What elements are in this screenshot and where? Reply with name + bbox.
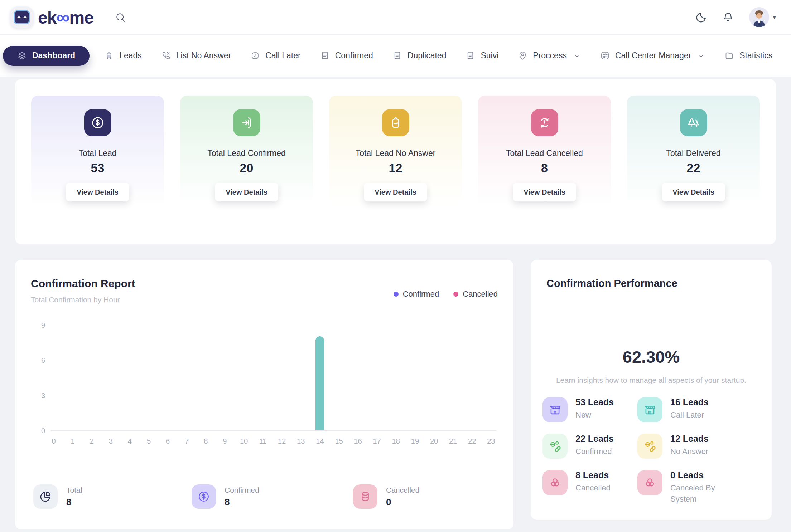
confirmation-report-card: Confirmation Report Total Confirmation b… <box>15 260 513 529</box>
summary-total: Total8 <box>33 484 82 509</box>
perf-item-value: 22 Leads <box>575 434 614 444</box>
x-tick-label: 20 <box>430 437 438 445</box>
report-subtitle: Total Confirmation by Hour <box>31 296 135 304</box>
nav-item-dashboard[interactable]: Dashboard <box>3 46 90 66</box>
x-tick-label: 10 <box>240 437 248 445</box>
nav-item-statistics[interactable]: Statistics <box>715 51 782 60</box>
x-tick-label: 7 <box>185 437 189 445</box>
nav-item-proccess[interactable]: Proccess <box>508 51 590 60</box>
summary-value: 0 <box>386 497 419 508</box>
stat-card-label: Total Lead <box>78 148 116 158</box>
x-tick-label: 19 <box>411 437 419 445</box>
stat-card-label: Total Lead Cancelled <box>506 148 583 158</box>
circles-icon <box>548 476 562 489</box>
nav-item-label: List No Answer <box>176 51 231 60</box>
nav-item-label: Duplicated <box>407 51 447 60</box>
summary-confirmed: Confirmed8 <box>192 484 259 509</box>
summary-label: Total <box>66 486 82 494</box>
moon-icon[interactable] <box>695 11 707 23</box>
backpack-icon <box>389 116 403 130</box>
perf-item-no-answer: 12 LeadsNo Answer <box>637 434 741 459</box>
nav-item-suivi[interactable]: Suivi <box>456 51 508 60</box>
x-tick-label: 14 <box>316 437 324 445</box>
x-tick-label: 5 <box>147 437 151 445</box>
sliders-icon <box>600 51 610 60</box>
page-content: Total Lead53View DetailsTotal Lead Confi… <box>0 77 791 529</box>
legend-label: Confirmed <box>403 289 439 299</box>
nav-item-confirmed[interactable]: Confirmed <box>310 51 383 60</box>
legend-label: Cancelled <box>463 289 498 299</box>
nav-item-duplicated[interactable]: Duplicated <box>383 51 456 60</box>
x-tick-label: 23 <box>487 437 495 445</box>
view-details-button[interactable]: View Details <box>662 183 725 201</box>
x-tick-label: 22 <box>468 437 476 445</box>
view-details-button[interactable]: View Details <box>66 183 129 201</box>
phone-x-icon <box>161 51 171 60</box>
summary-label: Confirmed <box>225 486 259 494</box>
nav-item-label: Confirmed <box>335 51 373 60</box>
receipt-icon <box>466 51 475 60</box>
nav-item-label: Call Later <box>265 51 300 60</box>
perf-item-value: 8 Leads <box>575 470 611 480</box>
summary-label: Cancelled <box>386 486 419 494</box>
storefront-icon <box>643 403 657 416</box>
avatar[interactable] <box>749 7 769 27</box>
view-details-button[interactable]: View Details <box>364 183 427 201</box>
x-tick-label: 8 <box>204 437 208 445</box>
brand-wordmark: ek∞me <box>38 6 93 28</box>
receipt-icon <box>320 51 330 60</box>
bar-hour-14 <box>315 336 324 430</box>
database-icon <box>359 490 372 503</box>
perf-item-label: Confirmed <box>575 446 614 457</box>
receipt-icon <box>392 51 402 60</box>
robot-logo-icon <box>10 6 34 28</box>
view-details-button[interactable]: View Details <box>513 183 576 201</box>
perf-item-label: No Answer <box>670 446 709 457</box>
legend-dot <box>394 292 399 297</box>
chevron-down-icon[interactable]: ▾ <box>773 14 776 21</box>
x-tick-label: 17 <box>373 437 381 445</box>
x-tick-label: 11 <box>259 437 267 445</box>
perf-item-new: 53 LeadsNew <box>542 397 637 422</box>
nav-item-leads[interactable]: Leads <box>95 51 151 60</box>
folder-icon <box>724 51 734 60</box>
performance-grid: 53 LeadsNew16 LeadsCall Later22 LeadsCon… <box>542 397 741 505</box>
legend-item-cancelled[interactable]: Cancelled <box>453 284 498 304</box>
y-tick-label: 3 <box>41 391 45 400</box>
main-nav: DashboardLeadsList No AnswerCall LaterCo… <box>0 35 791 77</box>
bell-icon[interactable] <box>722 11 734 23</box>
x-tick-label: 4 <box>128 437 132 445</box>
perf-item-label: Call Later <box>670 410 709 421</box>
performance-title: Confirmation Performance <box>546 278 756 289</box>
dollar-circle-icon <box>197 490 210 503</box>
basket-icon <box>104 51 114 60</box>
stat-card-total-lead-cancelled: Total Lead Cancelled8View Details <box>478 96 611 216</box>
stat-card-total-lead: Total Lead53View Details <box>31 96 164 216</box>
perf-item-value: 0 Leads <box>670 470 735 480</box>
perf-item-confirmed: 22 LeadsConfirmed <box>542 434 637 459</box>
stat-card-value: 53 <box>91 161 105 175</box>
x-tick-label: 6 <box>166 437 170 445</box>
nav-item-list-no-answer[interactable]: List No Answer <box>151 51 241 60</box>
brand-logo: ek∞me <box>10 6 93 28</box>
legend-item-confirmed[interactable]: Confirmed <box>394 284 439 304</box>
plot-area: 01234567891011121314151617181920212223 <box>51 320 496 431</box>
performance-caption: Learn insights how to manage all aspects… <box>531 376 772 385</box>
perf-item-label: Canceled By System <box>670 483 735 505</box>
trees-icon <box>686 116 701 130</box>
nav-item-call-center-manager[interactable]: Call Center Manager <box>590 51 715 60</box>
perf-item-value: 53 Leads <box>575 397 614 407</box>
x-tick-label: 9 <box>223 437 227 445</box>
nav-item-call-later[interactable]: Call Later <box>241 51 310 60</box>
search-icon[interactable] <box>115 12 126 23</box>
perf-item-value: 16 Leads <box>670 397 709 407</box>
dollar-circle-icon <box>91 116 105 130</box>
user-menu[interactable]: ▾ <box>749 7 776 27</box>
view-details-button[interactable]: View Details <box>215 183 278 201</box>
nav-item-label: Proccess <box>533 51 567 60</box>
summary-value: 8 <box>66 497 82 508</box>
x-tick-label: 2 <box>90 437 94 445</box>
legend-dot <box>453 292 458 297</box>
sync-alert-icon <box>537 116 552 130</box>
summary-value: 8 <box>225 497 259 508</box>
